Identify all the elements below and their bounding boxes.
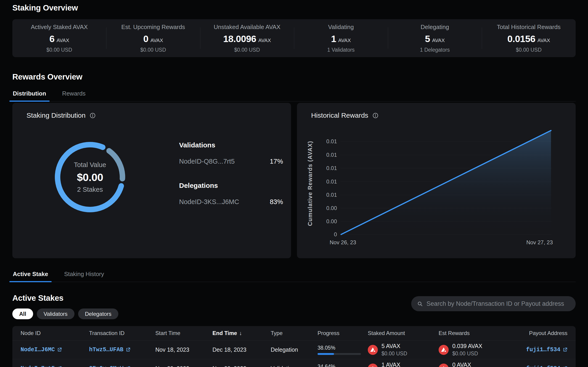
info-icon[interactable]: [372, 112, 378, 119]
historical-rewards-line-chart: [340, 129, 552, 236]
stat-delegating: Delegating 5AVAX 1 Delegators: [388, 19, 482, 57]
stat-unit: AVAX: [432, 37, 445, 43]
external-link-icon: [57, 347, 62, 352]
tab-staking-history[interactable]: Staking History: [64, 269, 105, 282]
est-rewards-cell: 0 AVAX$0.00 USD: [439, 361, 509, 367]
table-row: NodeI…7rt5 2EnGv…CMoW Nov 29, 2023 Nov 3…: [12, 359, 576, 367]
stat-unit: AVAX: [258, 37, 271, 43]
stake-type: Validation: [271, 365, 318, 367]
external-link-icon: [563, 347, 567, 352]
stat-sub: $0.00 USD: [140, 47, 166, 53]
info-icon[interactable]: [90, 112, 96, 119]
y-tick: 0.00: [311, 218, 337, 225]
header-payout-address: Payout Address: [509, 330, 567, 336]
node-id-link[interactable]: NodeI…J6MC: [21, 346, 62, 353]
stat-sub: $0.00 USD: [234, 47, 260, 53]
header-staked-amount: Staked Amount: [368, 330, 439, 336]
progress-percent: 38.05%: [318, 345, 368, 351]
filter-validators[interactable]: Validators: [37, 309, 74, 319]
header-progress: Progress: [318, 330, 368, 336]
avax-token-icon: [368, 345, 378, 355]
search-input[interactable]: [426, 300, 570, 307]
payout-address-text: fuji1…f534: [526, 346, 560, 353]
table-row: NodeI…J6MC hTwz5…UFAB Nov 18, 2023 Dec 1…: [12, 340, 576, 359]
est-rewards-cell: 0.039 AVAX$0.00 USD: [439, 343, 509, 357]
stat-label: Actively Staked AVAX: [31, 24, 88, 31]
rewards-overview-tabbar: Distribution Rewards: [12, 88, 576, 101]
distribution-legend: Validations NodeID-Q8G...7rt5 17% Delega…: [179, 141, 283, 206]
avax-token-icon: [439, 345, 449, 355]
delegations-percent: 83%: [270, 198, 283, 206]
x-tick-start: Nov 26, 23: [330, 239, 356, 246]
x-tick-end: Nov 27, 23: [526, 239, 553, 246]
stat-label: Total Historical Rewards: [497, 24, 561, 31]
staking-distribution-title: Staking Distribution: [26, 111, 85, 119]
filter-all[interactable]: All: [12, 309, 33, 319]
payout-address-link[interactable]: fuji1…f534: [526, 365, 567, 367]
active-stakes-header: Active Stakes All Validators Delegators: [12, 293, 576, 319]
tab-rewards[interactable]: Rewards: [62, 88, 86, 101]
stat-value: 0: [143, 33, 148, 44]
donut-center-label: Total Value: [74, 161, 106, 169]
stat-value: 18.0096: [223, 33, 256, 44]
tab-active-stake[interactable]: Active Stake: [12, 269, 49, 282]
est-rewards: 0 AVAX: [452, 361, 478, 367]
end-time: Nov 30, 2023: [212, 365, 271, 367]
stat-value: 0.0156: [507, 33, 535, 44]
header-start-time: Start Time: [155, 330, 212, 336]
y-tick: 0: [311, 231, 337, 238]
staked-amount-cell: 1 AVAX$0.00 USD: [368, 361, 439, 367]
transaction-id-text: 2EnGv…CMoW: [89, 365, 123, 367]
stat-label: Validating: [328, 24, 354, 31]
stat-label: Delegating: [421, 24, 449, 31]
est-rewards-usd: $0.00 USD: [452, 350, 482, 357]
y-tick: 0.01: [311, 178, 337, 185]
stat-unit: AVAX: [150, 37, 163, 43]
staked-amount: 5 AVAX: [382, 343, 407, 350]
stat-validating: Validating 1AVAX 1 Validators: [294, 19, 388, 57]
staked-usd: $0.00 USD: [382, 350, 407, 357]
stat-total-historical-rewards: Total Historical Rewards 0.0156AVAX $0.0…: [482, 19, 576, 57]
stat-unit: AVAX: [338, 37, 351, 43]
header-transaction-id: Transaction ID: [89, 330, 155, 336]
progress-bar: [318, 353, 361, 355]
header-type: Type: [271, 330, 318, 336]
stat-unit: AVAX: [57, 37, 69, 43]
transaction-id-text: hTwz5…UFAB: [89, 346, 123, 353]
donut-center-value: $0.00: [77, 171, 103, 184]
payout-address-link[interactable]: fuji1…f534: [526, 346, 567, 353]
node-id-link[interactable]: NodeI…7rt5: [21, 365, 62, 367]
external-link-icon: [57, 366, 62, 367]
y-tick: 0.01: [311, 152, 337, 158]
progress-cell: 34.64%: [318, 364, 368, 367]
stat-value: 1: [331, 33, 336, 44]
transaction-id-link[interactable]: 2EnGv…CMoW: [89, 365, 131, 367]
header-end-time-label: End Time: [212, 330, 237, 336]
est-rewards: 0.039 AVAX: [452, 343, 482, 350]
header-end-time-sort[interactable]: End Time ↓: [212, 330, 271, 336]
y-tick: 0.01: [311, 192, 337, 198]
stat-value: 6: [49, 33, 54, 44]
historical-rewards-title: Historical Rewards: [311, 111, 368, 119]
search-bar[interactable]: [411, 296, 576, 311]
y-tick: 0.01: [311, 138, 337, 145]
filter-delegators[interactable]: Delegators: [78, 309, 118, 319]
avax-token-icon: [368, 364, 378, 367]
y-tick: 0.00: [311, 205, 337, 211]
delegations-heading: Delegations: [179, 182, 283, 189]
stat-unit: AVAX: [537, 37, 550, 43]
active-stakes-table: Node ID Transaction ID Start Time End Ti…: [12, 326, 576, 367]
stat-sub: 1 Delegators: [420, 47, 449, 53]
transaction-id-link[interactable]: hTwz5…UFAB: [89, 346, 131, 353]
stat-label: Est. Upcoming Rewards: [121, 24, 185, 31]
node-id-text: NodeI…J6MC: [21, 346, 55, 353]
sort-desc-icon: ↓: [239, 330, 242, 336]
stake-type: Delegation: [271, 346, 318, 353]
historical-rewards-card: Historical Rewards Cumulative Rewards (A…: [297, 103, 576, 258]
tab-distribution[interactable]: Distribution: [12, 88, 47, 101]
stat-label: Unstaked Available AVAX: [214, 24, 280, 31]
stat-sub: $0.00 USD: [46, 47, 72, 53]
validations-node-id: NodeID-Q8G...7rt5: [179, 158, 235, 165]
payout-address-text: fuji1…f534: [526, 365, 560, 367]
validations-heading: Validations: [179, 141, 283, 149]
